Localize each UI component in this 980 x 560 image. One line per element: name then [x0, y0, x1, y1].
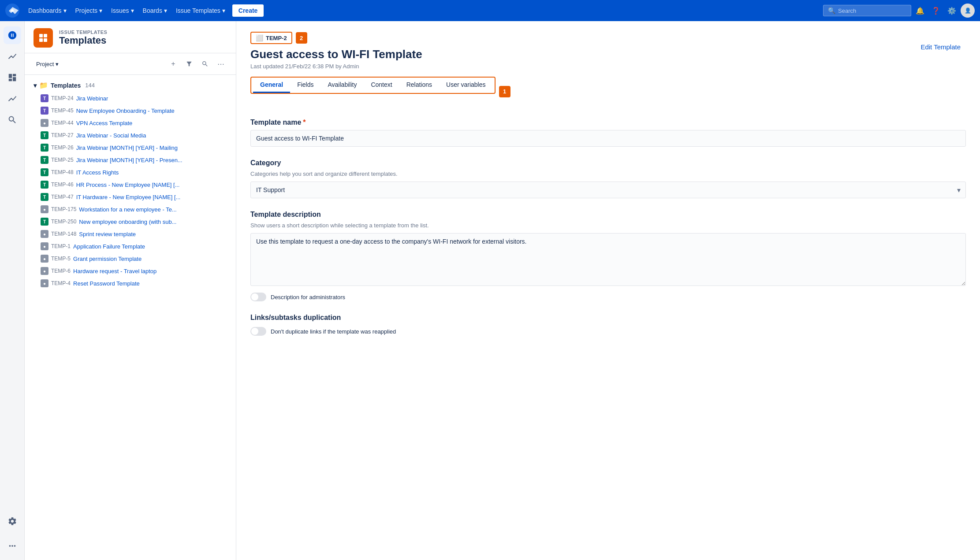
breadcrumb-badge: ⬜ TEMP-2	[250, 32, 292, 44]
template-item-temp25[interactable]: T TEMP-25 Jira Webinar [MONTH] [YEAR] - …	[25, 154, 236, 166]
folder-collapse-icon: ▾	[34, 82, 37, 89]
item-badge: ●	[41, 230, 48, 238]
item-badge: T	[41, 193, 48, 201]
tab-context[interactable]: Context	[364, 78, 399, 93]
icon-rail	[0, 21, 25, 560]
settings-icon[interactable]: ⚙️	[945, 4, 959, 18]
toggle-knob-links	[251, 328, 258, 335]
rail-expand-icon[interactable]	[4, 537, 21, 555]
category-select[interactable]: IT Support HR General Development	[250, 182, 966, 198]
project-dropdown[interactable]: Project ▾	[34, 59, 61, 69]
sidebar-header: ISSUE TEMPLATES Templates	[25, 21, 236, 53]
description-hint: Show users a short description while sel…	[250, 222, 966, 229]
jira-logo[interactable]	[5, 4, 19, 18]
item-badge: T	[41, 144, 48, 152]
tab-user-variables[interactable]: User variables	[439, 78, 492, 93]
category-label: Category	[250, 159, 966, 167]
template-item-temp250[interactable]: T TEMP-250 New employee onboarding (with…	[25, 215, 236, 228]
template-tree: ▾ 📁 Templates 144 T TEMP-24 Jira Webinar…	[25, 75, 236, 560]
nav-boards[interactable]: Boards ▾	[139, 5, 171, 16]
main-layout: ISSUE TEMPLATES Templates Project ▾ + ⋯	[0, 21, 980, 560]
template-name-section: Template name *	[250, 119, 966, 147]
item-badge: T	[41, 168, 48, 176]
links-toggle-label: Don't duplicate links if the template wa…	[271, 328, 396, 335]
item-badge: ●	[41, 119, 48, 127]
add-template-icon[interactable]: +	[167, 58, 179, 70]
admin-description-label: Description for administrators	[271, 294, 345, 300]
more-options-icon[interactable]: ⋯	[215, 58, 227, 70]
rail-activity-icon[interactable]	[4, 48, 21, 65]
template-item-temp48[interactable]: T TEMP-48 IT Access Rights	[25, 166, 236, 178]
template-item-temp46[interactable]: T TEMP-46 HR Process - New Employee [NAM…	[25, 178, 236, 191]
admin-description-toggle[interactable]	[250, 293, 266, 301]
annotation-1-badge: 1	[499, 86, 510, 97]
svg-rect-5	[44, 38, 47, 42]
required-indicator: *	[303, 119, 306, 126]
tab-general[interactable]: General	[253, 78, 290, 93]
template-item-temp1[interactable]: ● TEMP-1 Application Failure Template	[25, 240, 236, 252]
user-avatar[interactable]: 👤	[961, 4, 975, 18]
rail-templates-icon[interactable]	[4, 26, 21, 44]
sidebar-logo	[34, 28, 53, 48]
item-badge: ●	[41, 279, 48, 287]
rail-board-icon[interactable]	[4, 69, 21, 86]
content-header: ⬜ TEMP-2 2 Guest access to WI-FI Templat…	[250, 32, 966, 70]
tabs-row: General Fields Availability Context Rela…	[250, 77, 966, 106]
annotation-2-badge: 2	[296, 32, 307, 44]
notifications-icon[interactable]: 🔔	[913, 4, 927, 18]
tab-availability[interactable]: Availability	[321, 78, 364, 93]
nav-issues[interactable]: Issues ▾	[108, 5, 137, 16]
create-button[interactable]: Create	[232, 4, 264, 17]
template-name-input[interactable]	[250, 130, 966, 147]
item-badge: ●	[41, 255, 48, 263]
description-textarea[interactable]: Use this template to request a one-day a…	[250, 233, 966, 286]
item-badge: T	[41, 218, 48, 226]
template-item-temp44[interactable]: ● TEMP-44 VPN Access Template	[25, 117, 236, 129]
svg-rect-2	[39, 34, 43, 37]
nav-projects[interactable]: Projects ▾	[72, 5, 106, 16]
tab-relations[interactable]: Relations	[399, 78, 439, 93]
svg-rect-3	[44, 34, 47, 37]
nav-dashboards[interactable]: Dashboards ▾	[25, 5, 70, 16]
page-title: Guest access to WI-FI Template	[250, 48, 915, 61]
admin-description-toggle-row: Description for administrators	[250, 293, 966, 301]
template-item-temp5[interactable]: ● TEMP-5 Grant permission Template	[25, 252, 236, 265]
rail-search-icon[interactable]	[4, 111, 21, 129]
tab-fields[interactable]: Fields	[290, 78, 320, 93]
toggle-knob	[251, 293, 258, 300]
templates-folder[interactable]: ▾ 📁 Templates 144	[25, 78, 236, 92]
links-duplication-section: Links/subtasks duplication Don't duplica…	[250, 314, 966, 336]
template-item-temp45[interactable]: T TEMP-45 New Employee Onboarding - Temp…	[25, 104, 236, 117]
template-item-temp24[interactable]: T TEMP-24 Jira Webinar	[25, 92, 236, 104]
search-icon: 🔍	[828, 7, 835, 14]
template-item-temp4[interactable]: ● TEMP-4 Reset Password Template	[25, 277, 236, 289]
template-item-temp26[interactable]: T TEMP-26 Jira Webinar [MONTH] [YEAR] - …	[25, 141, 236, 154]
sidebar-controls: Project ▾ + ⋯	[25, 53, 236, 75]
template-item-temp27[interactable]: T TEMP-27 Jira Webinar - Social Media	[25, 129, 236, 141]
template-item-temp47[interactable]: T TEMP-47 IT Hardware - New Employee [NA…	[25, 191, 236, 203]
links-duplicate-toggle[interactable]	[250, 327, 266, 336]
description-label: Template description	[250, 211, 966, 219]
item-badge: T	[41, 181, 48, 189]
main-content: ⬜ TEMP-2 2 Guest access to WI-FI Templat…	[236, 21, 980, 560]
template-item-temp148[interactable]: ● TEMP-148 Sprint review template	[25, 228, 236, 240]
rail-settings-icon[interactable]	[4, 512, 21, 530]
search-sidebar-icon[interactable]	[199, 58, 211, 70]
nav-issue-templates[interactable]: Issue Templates ▾	[172, 5, 229, 16]
item-badge: ●	[41, 242, 48, 250]
search-bar[interactable]: 🔍 Search	[823, 5, 911, 16]
sidebar-subtitle: ISSUE TEMPLATES	[59, 30, 107, 35]
help-icon[interactable]: ❓	[929, 4, 943, 18]
links-section-label: Links/subtasks duplication	[250, 314, 966, 322]
template-name-label: Template name *	[250, 119, 966, 126]
category-hint: Categories help you sort and organize di…	[250, 171, 966, 177]
template-item-temp175[interactable]: ● TEMP-175 Workstation for a new employe…	[25, 203, 236, 215]
item-badge: T	[41, 131, 48, 139]
template-item-temp6[interactable]: ● TEMP-6 Hardware request - Travel lapto…	[25, 265, 236, 277]
edit-template-button[interactable]: Edit Template	[915, 41, 966, 53]
breadcrumb-row: ⬜ TEMP-2 2	[250, 32, 915, 44]
sidebar: ISSUE TEMPLATES Templates Project ▾ + ⋯	[25, 21, 236, 560]
rail-chart-icon[interactable]	[4, 90, 21, 108]
category-section: Category Categories help you sort and or…	[250, 159, 966, 198]
filter-icon[interactable]	[183, 58, 195, 70]
